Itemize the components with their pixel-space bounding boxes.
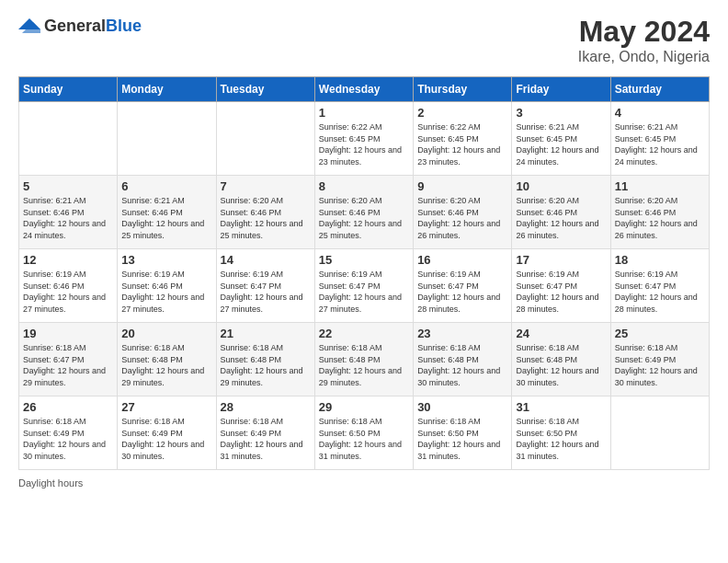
logo: GeneralBlue — [18, 15, 142, 37]
day-info: Sunrise: 6:19 AMSunset: 6:47 PMDaylight:… — [417, 269, 507, 315]
week-row-1: 1Sunrise: 6:22 AMSunset: 6:45 PMDaylight… — [19, 102, 710, 176]
week-row-5: 26Sunrise: 6:18 AMSunset: 6:49 PMDayligh… — [19, 396, 710, 470]
day-info: Sunrise: 6:18 AMSunset: 6:50 PMDaylight:… — [319, 416, 409, 462]
day-cell: 13Sunrise: 6:19 AMSunset: 6:46 PMDayligh… — [118, 249, 216, 323]
main-title: May 2024 — [578, 15, 710, 49]
logo-icon — [18, 15, 40, 37]
day-cell: 15Sunrise: 6:19 AMSunset: 6:47 PMDayligh… — [314, 249, 413, 323]
day-number: 28 — [221, 400, 311, 414]
col-header-sunday: Sunday — [19, 77, 118, 102]
day-info: Sunrise: 6:21 AMSunset: 6:46 PMDaylight:… — [121, 195, 211, 241]
col-header-saturday: Saturday — [610, 77, 709, 102]
day-number: 2 — [417, 106, 507, 120]
day-info: Sunrise: 6:20 AMSunset: 6:46 PMDaylight:… — [516, 195, 606, 241]
col-header-friday: Friday — [512, 77, 610, 102]
day-cell: 30Sunrise: 6:18 AMSunset: 6:50 PMDayligh… — [414, 396, 512, 470]
day-cell: 7Sunrise: 6:20 AMSunset: 6:46 PMDaylight… — [216, 176, 314, 249]
day-number: 6 — [121, 179, 211, 193]
day-info: Sunrise: 6:20 AMSunset: 6:46 PMDaylight:… — [417, 195, 507, 241]
day-cell: 4Sunrise: 6:21 AMSunset: 6:45 PMDaylight… — [610, 102, 709, 176]
col-header-tuesday: Tuesday — [216, 77, 314, 102]
day-cell: 11Sunrise: 6:20 AMSunset: 6:46 PMDayligh… — [610, 176, 709, 249]
day-cell: 22Sunrise: 6:18 AMSunset: 6:48 PMDayligh… — [314, 323, 413, 396]
day-info: Sunrise: 6:18 AMSunset: 6:48 PMDaylight:… — [319, 342, 409, 388]
day-info: Sunrise: 6:19 AMSunset: 6:47 PMDaylight:… — [319, 269, 409, 315]
day-number: 20 — [121, 327, 211, 340]
day-number: 26 — [23, 400, 113, 414]
day-cell: 2Sunrise: 6:22 AMSunset: 6:45 PMDaylight… — [414, 102, 512, 176]
day-info: Sunrise: 6:18 AMSunset: 6:49 PMDaylight:… — [615, 342, 705, 388]
day-cell: 17Sunrise: 6:19 AMSunset: 6:47 PMDayligh… — [512, 249, 610, 323]
day-cell — [610, 396, 709, 470]
day-info: Sunrise: 6:18 AMSunset: 6:49 PMDaylight:… — [23, 416, 113, 462]
day-info: Sunrise: 6:22 AMSunset: 6:45 PMDaylight:… — [319, 121, 409, 167]
day-info: Sunrise: 6:18 AMSunset: 6:48 PMDaylight:… — [417, 342, 507, 388]
day-info: Sunrise: 6:20 AMSunset: 6:46 PMDaylight:… — [221, 195, 311, 241]
col-header-monday: Monday — [118, 77, 216, 102]
day-cell — [118, 102, 216, 176]
day-number: 29 — [319, 400, 409, 414]
day-info: Sunrise: 6:19 AMSunset: 6:46 PMDaylight:… — [121, 269, 211, 315]
day-number: 18 — [615, 253, 705, 267]
day-info: Sunrise: 6:18 AMSunset: 6:48 PMDaylight:… — [221, 342, 311, 388]
day-number: 5 — [23, 179, 113, 193]
day-info: Sunrise: 6:18 AMSunset: 6:50 PMDaylight:… — [516, 416, 606, 462]
day-number: 16 — [417, 253, 507, 267]
day-cell: 23Sunrise: 6:18 AMSunset: 6:48 PMDayligh… — [414, 323, 512, 396]
day-cell: 9Sunrise: 6:20 AMSunset: 6:46 PMDaylight… — [414, 176, 512, 249]
day-info: Sunrise: 6:22 AMSunset: 6:45 PMDaylight:… — [417, 121, 507, 167]
day-cell — [19, 102, 118, 176]
day-number: 24 — [516, 327, 606, 340]
day-info: Sunrise: 6:19 AMSunset: 6:47 PMDaylight:… — [516, 269, 606, 315]
day-number: 21 — [221, 327, 311, 340]
day-number: 23 — [417, 327, 507, 340]
day-cell: 3Sunrise: 6:21 AMSunset: 6:45 PMDaylight… — [512, 102, 610, 176]
day-info: Sunrise: 6:20 AMSunset: 6:46 PMDaylight:… — [319, 195, 409, 241]
day-cell: 16Sunrise: 6:19 AMSunset: 6:47 PMDayligh… — [414, 249, 512, 323]
day-number: 11 — [615, 179, 705, 193]
day-cell: 21Sunrise: 6:18 AMSunset: 6:48 PMDayligh… — [216, 323, 314, 396]
day-info: Sunrise: 6:20 AMSunset: 6:46 PMDaylight:… — [615, 195, 705, 241]
day-number: 10 — [516, 179, 606, 193]
day-number: 17 — [516, 253, 606, 267]
week-row-2: 5Sunrise: 6:21 AMSunset: 6:46 PMDaylight… — [19, 176, 710, 249]
day-number: 14 — [221, 253, 311, 267]
header-row: SundayMondayTuesdayWednesdayThursdayFrid… — [19, 77, 710, 102]
day-number: 4 — [615, 106, 705, 120]
day-cell: 27Sunrise: 6:18 AMSunset: 6:49 PMDayligh… — [118, 396, 216, 470]
week-row-4: 19Sunrise: 6:18 AMSunset: 6:47 PMDayligh… — [19, 323, 710, 396]
day-number: 19 — [23, 327, 113, 340]
day-cell: 20Sunrise: 6:18 AMSunset: 6:48 PMDayligh… — [118, 323, 216, 396]
day-info: Sunrise: 6:21 AMSunset: 6:45 PMDaylight:… — [516, 121, 606, 167]
day-number: 25 — [615, 327, 705, 340]
day-info: Sunrise: 6:18 AMSunset: 6:48 PMDaylight:… — [516, 342, 606, 388]
day-number: 9 — [417, 179, 507, 193]
day-number: 30 — [417, 400, 507, 414]
day-number: 12 — [23, 253, 113, 267]
daylight-label: Daylight hours — [18, 477, 83, 488]
day-cell: 29Sunrise: 6:18 AMSunset: 6:50 PMDayligh… — [314, 396, 413, 470]
page: GeneralBlue May 2024 Ikare, Ondo, Nigeri… — [0, 0, 728, 503]
day-cell: 26Sunrise: 6:18 AMSunset: 6:49 PMDayligh… — [19, 396, 118, 470]
day-info: Sunrise: 6:19 AMSunset: 6:47 PMDaylight:… — [221, 269, 311, 315]
day-info: Sunrise: 6:18 AMSunset: 6:49 PMDaylight:… — [121, 416, 211, 462]
day-info: Sunrise: 6:18 AMSunset: 6:47 PMDaylight:… — [23, 342, 113, 388]
day-cell: 28Sunrise: 6:18 AMSunset: 6:49 PMDayligh… — [216, 396, 314, 470]
col-header-thursday: Thursday — [414, 77, 512, 102]
col-header-wednesday: Wednesday — [314, 77, 413, 102]
day-cell — [216, 102, 314, 176]
day-cell: 31Sunrise: 6:18 AMSunset: 6:50 PMDayligh… — [512, 396, 610, 470]
day-number: 1 — [319, 106, 409, 120]
day-cell: 14Sunrise: 6:19 AMSunset: 6:47 PMDayligh… — [216, 249, 314, 323]
subtitle: Ikare, Ondo, Nigeria — [578, 49, 710, 65]
day-info: Sunrise: 6:18 AMSunset: 6:48 PMDaylight:… — [121, 342, 211, 388]
day-cell: 25Sunrise: 6:18 AMSunset: 6:49 PMDayligh… — [610, 323, 709, 396]
header: GeneralBlue May 2024 Ikare, Ondo, Nigeri… — [18, 15, 710, 65]
week-row-3: 12Sunrise: 6:19 AMSunset: 6:46 PMDayligh… — [19, 249, 710, 323]
day-info: Sunrise: 6:18 AMSunset: 6:49 PMDaylight:… — [221, 416, 311, 462]
day-cell: 24Sunrise: 6:18 AMSunset: 6:48 PMDayligh… — [512, 323, 610, 396]
day-number: 22 — [319, 327, 409, 340]
day-cell: 19Sunrise: 6:18 AMSunset: 6:47 PMDayligh… — [19, 323, 118, 396]
day-number: 3 — [516, 106, 606, 120]
day-cell: 1Sunrise: 6:22 AMSunset: 6:45 PMDaylight… — [314, 102, 413, 176]
